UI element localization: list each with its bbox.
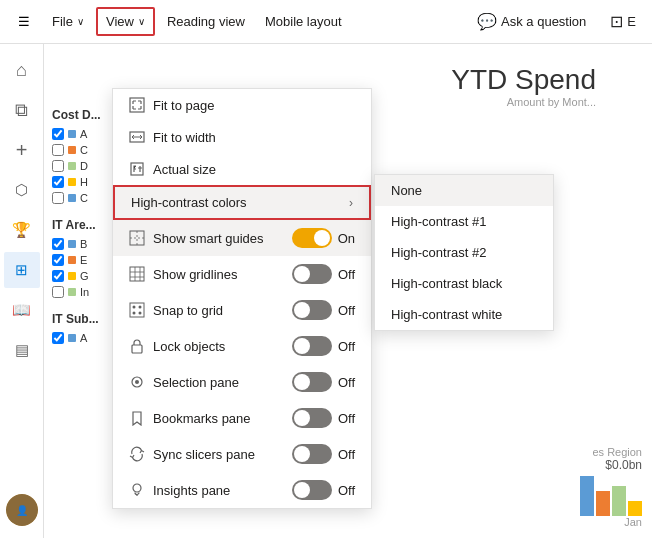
menu-item-selection-pane[interactable]: Selection pane Off — [113, 364, 371, 400]
lock-icon — [129, 338, 145, 354]
menu-item-actual-size[interactable]: Actual size — [113, 153, 371, 185]
view-menu-button[interactable]: View ∨ — [96, 7, 155, 36]
selection-toggle-container: Off — [292, 372, 355, 392]
sidebar-bottom: 👤 — [2, 490, 42, 530]
ask-question-button[interactable]: 💬 Ask a question — [469, 7, 594, 36]
smart-guides-label: Show smart guides — [153, 231, 264, 246]
filter-label-b: B — [80, 238, 87, 250]
bookmarks-icon — [129, 410, 145, 426]
edit-label: E — [627, 14, 636, 29]
filter-label-a: A — [80, 128, 87, 140]
menu-item-smart-guides[interactable]: Show smart guides On — [113, 220, 371, 256]
sidebar-trophy-icon[interactable]: 🏆 — [4, 212, 40, 248]
menu-item-fit-page[interactable]: Fit to page — [113, 89, 371, 121]
sidebar-pages-icon[interactable]: ⧉ — [4, 92, 40, 128]
lock-label: Lock objects — [153, 339, 225, 354]
filter-checkbox-sub-a[interactable] — [52, 332, 64, 344]
bookmarks-toggle-container: Off — [292, 408, 355, 428]
submenu-hc-white-label: High-contrast white — [391, 307, 502, 322]
actual-size-label: Actual size — [153, 162, 216, 177]
sidebar-book-icon[interactable]: 📖 — [4, 292, 40, 328]
menu-item-snap-to-grid[interactable]: Snap to grid Off — [113, 292, 371, 328]
filter-checkbox-b[interactable] — [52, 238, 64, 250]
insights-toggle-label: Off — [338, 483, 355, 498]
menu-item-bookmarks-pane[interactable]: Bookmarks pane Off — [113, 400, 371, 436]
smart-guides-toggle[interactable] — [292, 228, 332, 248]
filter-checkbox-c1[interactable] — [52, 144, 64, 156]
gridlines-toggle[interactable] — [292, 264, 332, 284]
snap-grid-toggle-container: Off — [292, 300, 355, 320]
bookmarks-label: Bookmarks pane — [153, 411, 251, 426]
insights-toggle[interactable] — [292, 480, 332, 500]
sidebar-home-icon[interactable]: ⌂ — [4, 52, 40, 88]
fit-width-icon — [129, 129, 145, 145]
svg-point-12 — [133, 306, 136, 309]
gridlines-toggle-label: Off — [338, 267, 355, 282]
svg-rect-0 — [130, 98, 144, 112]
selection-label: Selection pane — [153, 375, 239, 390]
bookmarks-toggle[interactable] — [292, 408, 332, 428]
filter-checkbox-d[interactable] — [52, 160, 64, 172]
submenu-item-none[interactable]: None — [375, 175, 553, 206]
sidebar-add-icon[interactable]: + — [4, 132, 40, 168]
selection-toggle-label: Off — [338, 375, 355, 390]
color-dot-c2 — [68, 194, 76, 202]
menu-item-lock-objects[interactable]: Lock objects Off — [113, 328, 371, 364]
snap-grid-label: Snap to grid — [153, 303, 223, 318]
filter-checkbox-g[interactable] — [52, 270, 64, 282]
reading-view-button[interactable]: Reading view — [159, 9, 253, 34]
smart-guides-toggle-container: On — [292, 228, 355, 248]
file-label: File — [52, 14, 73, 29]
color-dot-h — [68, 178, 76, 186]
sidebar-data-icon[interactable]: ⬡ — [4, 172, 40, 208]
insights-toggle-container: Off — [292, 480, 355, 500]
submenu-item-hc-white[interactable]: High-contrast white — [375, 299, 553, 330]
filter-checkbox-in[interactable] — [52, 286, 64, 298]
edit-icon: ⊡ — [610, 12, 623, 31]
toggle-knob-selection — [294, 374, 310, 390]
toggle-knob — [314, 230, 330, 246]
selection-toggle[interactable] — [292, 372, 332, 392]
sync-slicers-toggle-label: Off — [338, 447, 355, 462]
mobile-layout-button[interactable]: Mobile layout — [257, 9, 350, 34]
gridlines-label: Show gridlines — [153, 267, 238, 282]
filter-checkbox-e[interactable] — [52, 254, 64, 266]
menu-item-sync-slicers[interactable]: Sync slicers pane Off — [113, 436, 371, 472]
snap-grid-icon — [129, 302, 145, 318]
svg-rect-6 — [130, 267, 144, 281]
sidebar-visuals-icon[interactable]: ⊞ — [4, 252, 40, 288]
menu-item-high-contrast[interactable]: High-contrast colors › — [113, 185, 371, 220]
lock-toggle[interactable] — [292, 336, 332, 356]
color-dot-c1 — [68, 146, 76, 154]
filter-checkbox-a[interactable] — [52, 128, 64, 140]
menu-item-insights-pane[interactable]: Insights pane Off — [113, 472, 371, 508]
sidebar: ⌂ ⧉ + ⬡ 🏆 ⊞ 📖 ▤ 👤 — [0, 44, 44, 538]
color-dot-e — [68, 256, 76, 264]
toolbar: ☰ File ∨ View ∨ Reading view Mobile layo… — [0, 0, 652, 44]
lock-toggle-container: Off — [292, 336, 355, 356]
file-menu-button[interactable]: File ∨ — [44, 9, 92, 34]
smart-guides-icon — [129, 230, 145, 246]
filter-checkbox-h[interactable] — [52, 176, 64, 188]
toggle-knob-sync — [294, 446, 310, 462]
filter-checkbox-c2[interactable] — [52, 192, 64, 204]
color-dot-d — [68, 162, 76, 170]
submenu-item-hc1[interactable]: High-contrast #1 — [375, 206, 553, 237]
submenu-item-hc-black[interactable]: High-contrast black — [375, 268, 553, 299]
snap-grid-toggle[interactable] — [292, 300, 332, 320]
submenu-none-label: None — [391, 183, 422, 198]
submenu-item-hc2[interactable]: High-contrast #2 — [375, 237, 553, 268]
smart-guides-toggle-label: On — [338, 231, 355, 246]
view-label: View — [106, 14, 134, 29]
hamburger-button[interactable]: ☰ — [8, 6, 40, 38]
sync-slicers-icon — [129, 446, 145, 462]
filter-label-in: In — [80, 286, 89, 298]
menu-item-show-gridlines[interactable]: Show gridlines Off — [113, 256, 371, 292]
sync-slicers-toggle[interactable] — [292, 444, 332, 464]
user-avatar[interactable]: 👤 — [6, 494, 38, 526]
menu-item-fit-width[interactable]: Fit to width — [113, 121, 371, 153]
reading-view-label: Reading view — [167, 14, 245, 29]
edit-button[interactable]: ⊡ E — [602, 7, 644, 36]
fit-page-icon — [129, 97, 145, 113]
sidebar-format-icon[interactable]: ▤ — [4, 332, 40, 368]
